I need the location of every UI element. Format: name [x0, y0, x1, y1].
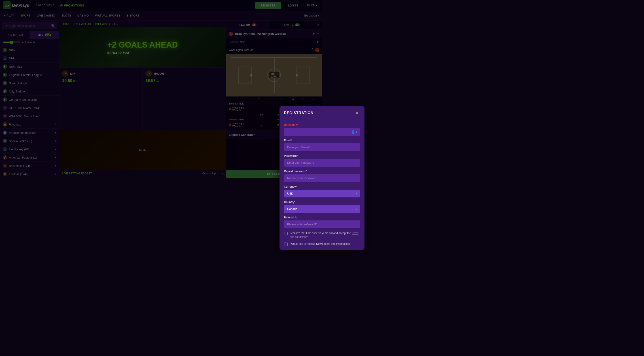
username-input[interactable]	[284, 128, 322, 136]
repeat-password-input[interactable]	[284, 174, 322, 178]
modal-title: REGISTRATION	[284, 111, 322, 115]
registration-modal: REGISTRATION × Username* 👤 ▾ Email*	[280, 106, 322, 178]
username-label: Username*	[284, 124, 322, 127]
modal-header: REGISTRATION ×	[280, 106, 322, 120]
email-label: Email*	[284, 139, 322, 142]
email-input[interactable]	[284, 143, 322, 151]
password-input[interactable]	[284, 159, 322, 167]
username-input-wrapper: 👤 ▾	[284, 128, 322, 136]
repeat-password-label: Repeat password*	[284, 170, 322, 173]
modal-body: Username* 👤 ▾ Email* Password* Repeat pa…	[280, 120, 322, 178]
password-label: Password*	[284, 154, 322, 158]
username-field-group: Username* 👤 ▾	[284, 124, 322, 136]
modal-overlay: REGISTRATION × Username* 👤 ▾ Email*	[0, 0, 322, 178]
repeat-password-field-group: Repeat password*	[284, 170, 322, 178]
password-field-group: Password*	[284, 154, 322, 167]
email-field-group: Email*	[284, 139, 322, 151]
